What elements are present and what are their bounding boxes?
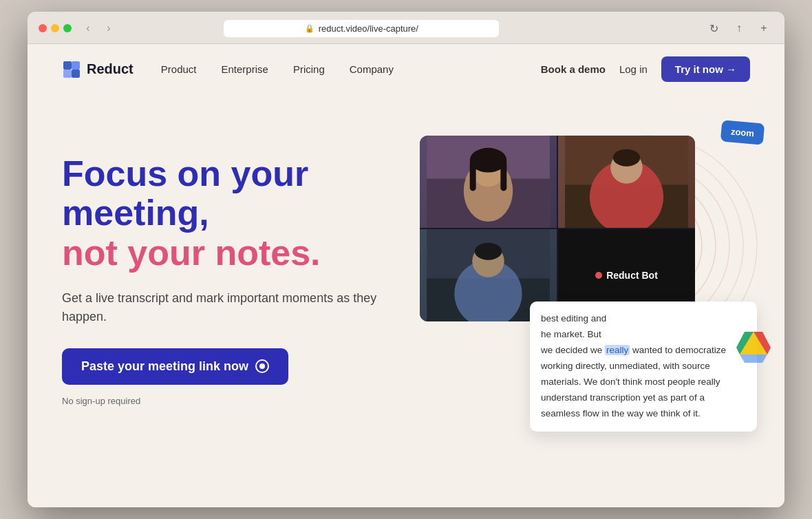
back-button[interactable]: ‹: [80, 20, 96, 36]
transcript-text: best editing and he market. But we decid…: [541, 311, 746, 422]
svg-rect-17: [470, 160, 476, 191]
participant-2: [558, 136, 695, 228]
headline-line2: not your notes.: [62, 233, 321, 273]
lock-icon: 🔒: [305, 24, 314, 33]
hero-section: Focus on your meeting, not your notes. G…: [28, 94, 784, 473]
reduct-bot-label: Reduct Bot: [595, 270, 658, 281]
gdrive-badge: [736, 328, 771, 363]
transcript-highlight: really: [605, 345, 630, 355]
book-demo-link[interactable]: Book a demo: [541, 63, 606, 75]
share-button[interactable]: ↑: [729, 19, 749, 38]
reload-button[interactable]: ↻: [705, 19, 724, 38]
hero-left: Focus on your meeting, not your notes. G…: [62, 154, 392, 406]
svg-rect-0: [63, 61, 72, 70]
new-tab-button[interactable]: +: [754, 19, 773, 38]
close-button[interactable]: [39, 24, 47, 32]
hero-subtext: Get a live transcript and mark important…: [62, 289, 392, 326]
transcript-card: best editing and he market. But we decid…: [530, 301, 757, 432]
record-icon: [255, 359, 269, 373]
reduct-bot-text: Reduct Bot: [606, 270, 658, 281]
logo[interactable]: Reduct: [62, 60, 133, 79]
minimize-button[interactable]: [51, 24, 59, 32]
video-mockup: Reduct Bot: [420, 136, 695, 321]
participant-1-video: [420, 136, 557, 228]
url-text: reduct.video/live-capture/: [319, 23, 418, 34]
hero-headline: Focus on your meeting, not your notes.: [62, 154, 392, 273]
no-signup-text: No sign-up required: [62, 396, 392, 406]
svg-marker-32: [740, 354, 767, 363]
browser-actions: ↻ ↑ +: [705, 19, 773, 38]
headline-line1: Focus on your meeting,: [62, 153, 308, 233]
cta-button-text: Paste your meeting link now: [81, 359, 248, 374]
svg-point-28: [475, 243, 502, 260]
nav-links: Product Enterprise Pricing Company: [161, 63, 541, 75]
svg-rect-2: [63, 70, 72, 78]
nav-product[interactable]: Product: [161, 63, 197, 75]
maximize-button[interactable]: [63, 24, 72, 32]
svg-rect-18: [500, 160, 506, 191]
nav-pricing[interactable]: Pricing: [293, 63, 325, 75]
try-it-now-button[interactable]: Try it now →: [661, 56, 750, 82]
traffic-lights: [39, 24, 72, 32]
transcript-part3: we decided we really wanted to democrati…: [541, 345, 726, 419]
nav-company[interactable]: Company: [350, 63, 394, 75]
svg-rect-3: [72, 70, 80, 78]
paste-meeting-link-button[interactable]: Paste your meeting link now: [62, 348, 288, 385]
recording-dot: [595, 272, 602, 279]
nav-right: Book a demo Log in Try it now →: [541, 56, 750, 82]
zoom-badge: zoom: [720, 120, 765, 145]
svg-point-23: [613, 149, 640, 167]
participant-2-video: [558, 136, 695, 228]
nav-enterprise[interactable]: Enterprise: [222, 63, 268, 75]
logo-icon: [62, 60, 81, 79]
svg-rect-1: [72, 61, 80, 70]
login-link[interactable]: Log in: [619, 63, 648, 75]
gdrive-icon: [736, 328, 771, 363]
page-content: Reduct Product Enterprise Pricing Compan…: [28, 44, 784, 507]
nav-arrows: ‹ ›: [80, 20, 117, 36]
hero-right: Reduct Bot zoom: [420, 115, 750, 445]
transcript-part2: he market. But: [541, 329, 601, 339]
address-bar[interactable]: 🔒 reduct.video/live-capture/: [224, 20, 499, 37]
navbar: Reduct Product Enterprise Pricing Compan…: [28, 44, 784, 94]
browser-window: ‹ › 🔒 reduct.video/live-capture/ ↻ ↑ + R…: [28, 12, 784, 507]
forward-button[interactable]: ›: [100, 20, 117, 36]
logo-text: Reduct: [87, 61, 133, 77]
transcript-part1: best editing and: [541, 313, 606, 324]
participant-1: [420, 136, 557, 228]
browser-chrome: ‹ › 🔒 reduct.video/live-capture/ ↻ ↑ +: [28, 12, 784, 44]
record-dot: [259, 363, 265, 369]
